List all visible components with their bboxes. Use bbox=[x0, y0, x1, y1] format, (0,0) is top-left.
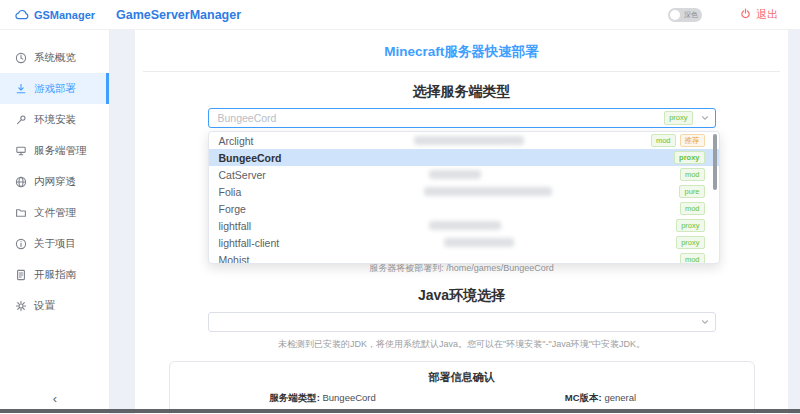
logo[interactable]: GSManager bbox=[0, 9, 110, 21]
overview-icon bbox=[15, 52, 27, 64]
sidebar-item[interactable]: 游戏部署 bbox=[0, 73, 109, 104]
confirm-field-label: MC版本: bbox=[565, 392, 602, 403]
option-tag: pure bbox=[679, 185, 704, 199]
deploy-icon bbox=[15, 83, 27, 95]
option-tag: mod bbox=[680, 168, 705, 182]
sidebar-item-label: 关于项目 bbox=[34, 237, 76, 251]
logout-label: 退出 bbox=[756, 7, 778, 22]
dropdown-scrollbar[interactable] bbox=[713, 134, 717, 190]
dropdown-option[interactable]: Folia pure bbox=[209, 183, 719, 200]
java-heading: Java环境选择 bbox=[159, 287, 764, 305]
dropdown-option[interactable]: Mohist mod bbox=[209, 251, 719, 264]
sidebar-item[interactable]: 文件管理 bbox=[0, 197, 109, 228]
confirm-field-value: BungeeCord bbox=[322, 392, 375, 403]
option-name: CatServer bbox=[219, 169, 266, 181]
redacted-blur bbox=[444, 238, 514, 247]
chevron-down-icon bbox=[700, 317, 710, 327]
sidebar-item[interactable]: 系统概览 bbox=[0, 42, 109, 73]
deploy-card: Minecraft服务器快速部署 选择服务端类型 BungeeCord prox… bbox=[135, 30, 788, 414]
logout-icon bbox=[740, 8, 751, 21]
option-name: Forge bbox=[219, 203, 246, 215]
info-icon bbox=[15, 238, 27, 250]
server-type-select-value: BungeeCord bbox=[218, 112, 277, 124]
java-select[interactable] bbox=[208, 312, 716, 332]
option-name: Mohist bbox=[219, 254, 250, 265]
confirm-field: MC版本: general bbox=[462, 392, 740, 405]
sidebar-item-label: 服务端管理 bbox=[34, 144, 87, 158]
sidebar-nav: 系统概览 游戏部署 环境安装 服务端管理 内网穿透 文件管理 bbox=[0, 30, 109, 321]
option-name: lightfall-client bbox=[219, 237, 280, 249]
server-type-select[interactable]: BungeeCord proxy bbox=[208, 108, 716, 128]
redacted-blur bbox=[414, 136, 524, 145]
guide-icon bbox=[15, 269, 27, 281]
dropdown-option[interactable]: Arclight mod推荐 bbox=[209, 132, 719, 149]
dropdown-option[interactable]: CatServer mod bbox=[209, 166, 719, 183]
sidebar-item-label: 设置 bbox=[34, 299, 55, 313]
logo-text: GSManager bbox=[34, 9, 95, 21]
option-tag: proxy bbox=[676, 236, 704, 250]
folder-icon bbox=[15, 207, 27, 219]
theme-toggle[interactable]: 深色 bbox=[668, 8, 702, 22]
option-name: BungeeCord bbox=[219, 152, 282, 164]
confirm-field-value: general bbox=[604, 392, 636, 403]
sidebar-item[interactable]: 服务端管理 bbox=[0, 135, 109, 166]
logout-button[interactable]: 退出 bbox=[740, 7, 778, 22]
sidebar-item[interactable]: 关于项目 bbox=[0, 228, 109, 259]
globe-icon bbox=[15, 176, 27, 188]
sidebar-item[interactable]: 设置 bbox=[0, 290, 109, 321]
app-window: GSManager GameServerManager 深色 退出 系统概览 bbox=[0, 0, 800, 414]
sidebar-item[interactable]: 内网穿透 bbox=[0, 166, 109, 197]
sidebar: 系统概览 游戏部署 环境安装 服务端管理 内网穿透 文件管理 bbox=[0, 30, 110, 414]
server-type-dropdown: Arclight mod推荐 BungeeCord proxy CatServe… bbox=[208, 131, 720, 264]
option-tag: mod bbox=[680, 202, 705, 216]
confirm-heading: 部署信息确认 bbox=[184, 370, 740, 385]
option-name: Folia bbox=[219, 186, 242, 198]
server-icon bbox=[15, 145, 27, 157]
option-tag: 推荐 bbox=[680, 134, 705, 148]
wrench-icon bbox=[15, 114, 27, 126]
option-tag: proxy bbox=[674, 151, 704, 165]
java-select-control bbox=[208, 312, 716, 332]
redacted-blur bbox=[429, 170, 481, 179]
sidebar-item-label: 文件管理 bbox=[34, 206, 76, 220]
page-title: Minecraft服务器快速部署 bbox=[159, 30, 764, 71]
dropdown-option[interactable]: Forge mod bbox=[209, 200, 719, 217]
sidebar-item-label: 内网穿透 bbox=[34, 175, 76, 189]
theme-toggle-label: 深色 bbox=[684, 11, 698, 18]
bottom-scrollbar[interactable] bbox=[0, 409, 800, 413]
redacted-blur bbox=[424, 187, 552, 196]
sidebar-collapse-button[interactable]: ‹ bbox=[0, 391, 110, 406]
sidebar-item[interactable]: 环境安装 bbox=[0, 104, 109, 135]
main-area: Minecraft服务器快速部署 选择服务端类型 BungeeCord prox… bbox=[110, 30, 800, 414]
sidebar-item-label: 系统概览 bbox=[34, 51, 76, 65]
option-name: lightfall bbox=[219, 220, 252, 232]
dropdown-option[interactable]: lightfall proxy bbox=[209, 217, 719, 234]
confirm-field-label: 服务端类型: bbox=[269, 392, 320, 403]
option-name: Arclight bbox=[219, 135, 254, 147]
top-header: GSManager GameServerManager 深色 退出 bbox=[0, 0, 800, 30]
sidebar-item[interactable]: 开服指南 bbox=[0, 259, 109, 290]
option-tag: mod bbox=[680, 253, 705, 264]
dropdown-option[interactable]: BungeeCord proxy bbox=[209, 149, 719, 166]
redacted-blur bbox=[429, 221, 501, 230]
sidebar-item-label: 游戏部署 bbox=[34, 82, 76, 96]
sidebar-item-label: 开服指南 bbox=[34, 268, 76, 282]
confirm-card: 部署信息确认 服务端类型: BungeeCord MC版本: general 构… bbox=[169, 361, 755, 414]
server-type-heading: 选择服务端类型 bbox=[159, 83, 764, 101]
sidebar-item-label: 环境安装 bbox=[34, 113, 76, 127]
server-type-control: BungeeCord proxy Arclight mod推荐 BungeeCo… bbox=[208, 108, 716, 128]
gear-icon bbox=[15, 300, 27, 312]
dropdown-option[interactable]: lightfall-client proxy bbox=[209, 234, 719, 251]
option-tag: mod bbox=[651, 134, 676, 148]
server-type-select-tag: proxy bbox=[664, 111, 692, 125]
java-hint: 未检测到已安装的JDK，将使用系统默认Java。您可以在"环境安装"-"Java… bbox=[159, 338, 764, 351]
option-tag: proxy bbox=[676, 219, 704, 233]
cloud-icon bbox=[15, 9, 30, 20]
app-title: GameServerManager bbox=[116, 8, 241, 22]
chevron-down-icon bbox=[700, 113, 710, 123]
confirm-field: 服务端类型: BungeeCord bbox=[184, 392, 462, 405]
toggle-knob-icon bbox=[670, 10, 680, 20]
title-divider bbox=[143, 71, 780, 72]
